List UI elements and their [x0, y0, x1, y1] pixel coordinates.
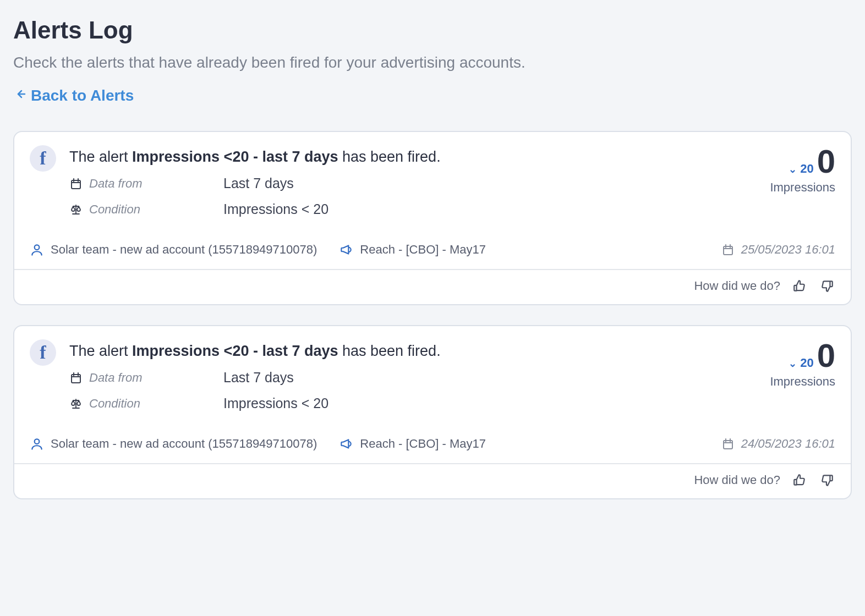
alert-card: f The alert Impressions <20 - last 7 day… [13, 325, 852, 499]
campaign-name: Reach - [CBO] - May17 [360, 437, 486, 451]
campaign-name: Reach - [CBO] - May17 [360, 243, 486, 257]
data-from-value: Last 7 days [223, 370, 441, 386]
arrow-left-icon [13, 87, 26, 105]
megaphone-icon [339, 243, 353, 257]
facebook-icon: f [30, 145, 56, 172]
alert-title: The alert Impressions <20 - last 7 days … [69, 148, 441, 166]
calendar-icon [721, 437, 735, 450]
divider [14, 269, 851, 270]
back-to-alerts-link[interactable]: Back to Alerts [13, 87, 134, 105]
thumbs-up-icon [792, 473, 807, 487]
condition-label: Condition [69, 395, 223, 411]
alert-title-name: Impressions <20 - last 7 days [132, 148, 338, 165]
alert-title-prefix: The alert [69, 148, 132, 165]
metric-threshold: 20 [800, 356, 813, 370]
data-from-value: Last 7 days [223, 175, 441, 191]
thumbs-down-button[interactable] [819, 472, 835, 488]
feedback-prompt: How did we do? [694, 279, 780, 293]
page-title: Alerts Log [13, 16, 852, 44]
metric-value: 0 [817, 339, 835, 372]
metric-name: Impressions [736, 180, 835, 195]
facebook-icon: f [30, 339, 56, 366]
metric-block: ⌄ 20 0 Impressions [736, 145, 835, 195]
calendar-icon [69, 177, 83, 190]
timestamp-value: 25/05/2023 16:01 [741, 243, 835, 257]
timestamp-value: 24/05/2023 16:01 [741, 437, 835, 451]
back-link-label: Back to Alerts [31, 87, 134, 105]
metric-name: Impressions [736, 375, 835, 389]
user-icon [30, 437, 44, 451]
timestamp: 25/05/2023 16:01 [721, 243, 835, 257]
thumbs-up-button[interactable] [791, 472, 808, 488]
metric-block: ⌄ 20 0 Impressions [736, 339, 835, 389]
calendar-icon [69, 371, 83, 384]
chevron-down-icon: ⌄ [789, 358, 797, 370]
data-from-label: Data from [69, 175, 223, 191]
alert-title-suffix: has been fired. [338, 343, 441, 359]
alert-title-prefix: The alert [69, 343, 132, 359]
data-from-label: Data from [69, 370, 223, 386]
thumbs-down-icon [820, 279, 834, 293]
campaign-info: Reach - [CBO] - May17 [339, 243, 486, 257]
chevron-down-icon: ⌄ [789, 163, 797, 175]
condition-value: Impressions < 20 [223, 201, 441, 217]
scale-icon [69, 397, 83, 410]
megaphone-icon [339, 437, 353, 451]
alert-title-name: Impressions <20 - last 7 days [132, 343, 338, 359]
account-name: Solar team - new ad account (15571894971… [51, 243, 317, 257]
alert-title-suffix: has been fired. [338, 148, 441, 165]
divider [14, 463, 851, 464]
alert-card: f The alert Impressions <20 - last 7 day… [13, 131, 852, 305]
feedback-prompt: How did we do? [694, 473, 780, 487]
user-icon [30, 243, 44, 257]
thumbs-down-button[interactable] [819, 278, 835, 294]
metric-threshold: 20 [800, 162, 813, 176]
account-info: Solar team - new ad account (15571894971… [30, 243, 317, 257]
condition-label: Condition [69, 201, 223, 217]
condition-value: Impressions < 20 [223, 395, 441, 411]
campaign-info: Reach - [CBO] - May17 [339, 437, 486, 451]
metric-value: 0 [817, 145, 835, 178]
timestamp: 24/05/2023 16:01 [721, 437, 835, 451]
scale-icon [69, 203, 83, 216]
thumbs-up-icon [792, 279, 807, 293]
page-subtitle: Check the alerts that have already been … [13, 54, 852, 72]
thumbs-down-icon [820, 473, 834, 487]
alert-title: The alert Impressions <20 - last 7 days … [69, 343, 441, 360]
account-info: Solar team - new ad account (15571894971… [30, 437, 317, 451]
calendar-icon [721, 243, 735, 256]
account-name: Solar team - new ad account (15571894971… [51, 437, 317, 451]
thumbs-up-button[interactable] [791, 278, 808, 294]
